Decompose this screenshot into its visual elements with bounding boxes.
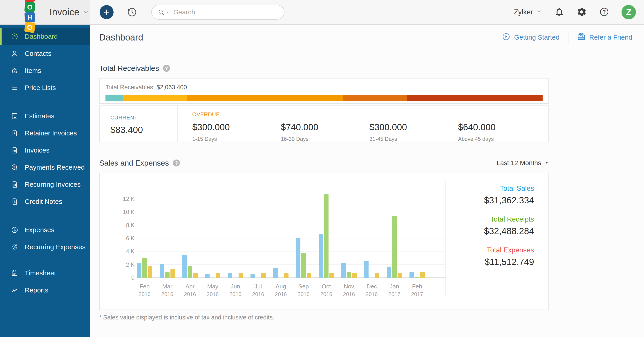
overdue-receivables-block: OVERDUE $300.0001-15 Days$740.00016-30 D… (178, 106, 548, 142)
sidebar-item-label: Price Lists (25, 84, 56, 92)
search-scope-caret-icon[interactable] (166, 10, 170, 14)
receivables-total-amount: $2,063.400 (156, 84, 187, 91)
zoho-invoice-app: ZOHO Invoice Zylker (0, 0, 644, 337)
sidebar-item-label: Payments Received (25, 164, 85, 171)
total-receivables-heading: Total Receivables ? (99, 64, 644, 73)
overdue-bucket: $300.00031-45 Days (370, 122, 458, 142)
sidebar-item-label: Recurring Expenses (25, 243, 86, 251)
brand-area: ZOHO Invoice (0, 0, 90, 25)
total-amount: $11,512.749 (435, 257, 534, 267)
sidebar-group-gap (0, 210, 90, 221)
quick-create-button[interactable] (100, 5, 114, 19)
gear-icon (576, 7, 587, 18)
expenses-bar (307, 273, 311, 278)
refer-a-friend-link[interactable]: Refer a Friend (577, 32, 632, 43)
expenses-bar (352, 273, 357, 278)
sidebar-group-gap (0, 96, 90, 108)
bar-chart-plot: 02 K4 K6 K8 K10 K12 KFeb2016Mar2016Apr20… (138, 173, 446, 278)
sidebar-item-contacts[interactable]: Contacts (0, 45, 90, 62)
sales-bar (182, 255, 187, 278)
help-icon[interactable]: ? (163, 65, 170, 72)
overdue-buckets: $300.0001-15 Days$740.00016-30 Days$300.… (192, 122, 548, 142)
org-menu[interactable]: Zylker (514, 8, 542, 16)
bell-icon (554, 7, 564, 18)
bucket-amount: $300.000 (370, 122, 458, 132)
sales-bar (410, 272, 414, 278)
sales-bar (250, 274, 255, 278)
invoices-icon (11, 146, 18, 154)
settings-button[interactable] (576, 7, 587, 18)
overdue-label: OVERDUE (192, 111, 548, 118)
items-icon (11, 67, 18, 75)
receivables-summary: Total Receivables $2,063.400 (106, 84, 542, 91)
sidebar-item-items[interactable]: Items (0, 62, 90, 79)
sales-expenses-header-row: Sales and Expenses ? Last 12 Months (99, 159, 549, 167)
sidebar-item-credit-notes[interactable]: $Credit Notes (0, 193, 90, 210)
current-amount: $83.400 (110, 125, 178, 135)
notifications-button[interactable] (554, 7, 564, 18)
zoho-logo: ZOHO (25, 0, 46, 32)
current-label: CURRENT (110, 115, 178, 121)
sidebar-item-label: Retainer Invoices (25, 129, 77, 137)
bar-group-sep-2016 (296, 173, 311, 278)
receivables-aging-card: CURRENT $83.400 OVERDUE $300.0001-15 Day… (99, 105, 549, 142)
receivables-aging-bar (106, 95, 542, 101)
help-button[interactable]: ? (599, 7, 609, 18)
expenses-bar (193, 273, 198, 278)
price-lists-icon (11, 84, 18, 92)
sidebar-item-reports[interactable]: Reports (0, 282, 90, 299)
chart-totals: Total Sales$31,362.334Total Receipts$32,… (435, 184, 534, 277)
sidebar-item-timesheet[interactable]: Timesheet (0, 264, 90, 282)
sidebar-item-label: Timesheet (25, 269, 56, 277)
overdue-bucket: $740.00016-30 Days (281, 122, 370, 142)
expenses-bar (148, 266, 152, 278)
aging-segment-current (106, 95, 123, 101)
bar-group-feb-2017 (410, 173, 425, 278)
sidebar-item-retainer-invoices[interactable]: Retainer Invoices (0, 125, 90, 142)
aging-segment-overdue-1-15-days (123, 95, 187, 101)
sidebar-item-expenses[interactable]: $Expenses (0, 221, 90, 238)
receipts-bar (415, 277, 419, 278)
caret-down-icon (544, 159, 549, 167)
search-icon[interactable] (158, 9, 165, 16)
reports-icon (11, 286, 18, 294)
help-icon[interactable]: ? (173, 160, 180, 166)
product-name: Invoice (50, 7, 80, 18)
receipts-bar (165, 272, 170, 278)
sidebar-item-label: Items (25, 67, 41, 75)
period-dropdown[interactable]: Last 12 Months (497, 159, 549, 167)
sales-expenses-heading: Sales and Expenses ? (99, 159, 180, 167)
bucket-range: 31-45 Days (370, 136, 458, 142)
search-box[interactable] (151, 5, 284, 20)
total-row-total-sales: Total Sales$31,362.334 (435, 184, 534, 205)
total-label: Total Sales (435, 184, 534, 193)
avatar[interactable]: Z (622, 5, 636, 19)
help-icon: ? (599, 7, 609, 18)
bar-group-may-2016 (205, 173, 220, 278)
expenses-icon: $ (11, 226, 18, 234)
chevron-down-icon[interactable] (83, 9, 90, 16)
bar-group-jan-2017 (387, 173, 402, 278)
getting-started-link[interactable]: Getting Started (502, 32, 560, 43)
sales-bar (228, 273, 232, 278)
main-content: Dashboard Getting Started Refer a Friend… (90, 25, 644, 337)
sidebar-item-estimates[interactable]: Estimates (0, 108, 90, 125)
receipts-bar (142, 258, 147, 278)
sidebar-item-price-lists[interactable]: Price Lists (0, 79, 90, 96)
sidebar-item-invoices[interactable]: Invoices (0, 142, 90, 159)
bucket-amount: $640.000 (458, 122, 547, 132)
sales-bar (387, 267, 391, 278)
sidebar-item-payments-received[interactable]: $Payments Received (0, 159, 90, 176)
bar-group-feb-2016 (137, 173, 152, 278)
recent-history-button[interactable] (126, 6, 138, 18)
sidebar-item-label: Contacts (25, 50, 51, 57)
bar-group-dec-2016 (364, 173, 379, 278)
sidebar-item-recurring-invoices[interactable]: Recurring Invoices (0, 176, 90, 193)
search-input[interactable] (174, 8, 278, 16)
sidebar-item-recurring-expenses[interactable]: $Recurring Expenses (0, 238, 90, 255)
sales-bar (205, 274, 210, 278)
sales-bar (160, 264, 164, 278)
expenses-bar (170, 269, 175, 278)
svg-text:?: ? (603, 9, 606, 15)
expenses-bar (398, 273, 402, 278)
